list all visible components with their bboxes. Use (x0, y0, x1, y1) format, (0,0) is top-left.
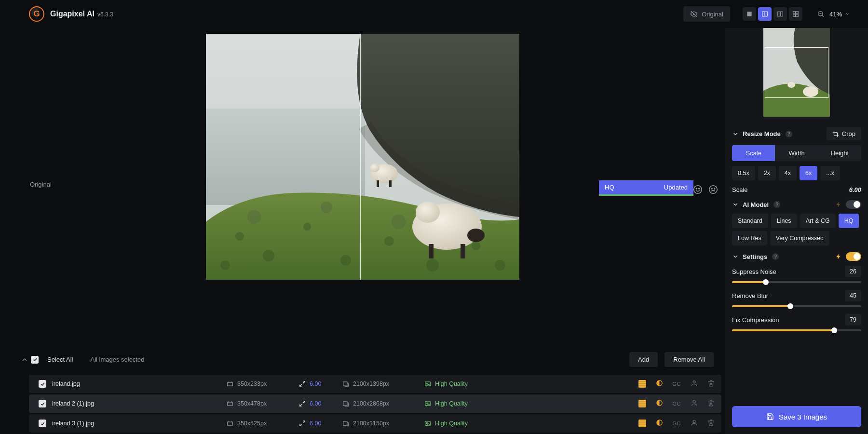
view-side-button[interactable] (773, 7, 787, 21)
svg-point-16 (303, 223, 311, 231)
model-chip[interactable]: Lines (771, 214, 797, 228)
delete-row-button[interactable] (707, 419, 715, 428)
gc-badge: GC (673, 381, 681, 387)
expand-icon (299, 420, 306, 427)
save-button[interactable]: Save 3 Images (732, 406, 861, 427)
check-icon (40, 381, 45, 387)
resize-mode-header[interactable]: Resize Mode ? Crop (732, 127, 861, 140)
svg-point-47 (426, 383, 427, 384)
suppress-noise-value: 26 (845, 266, 861, 277)
zoom-out-icon[interactable] (817, 10, 825, 18)
select-all-label[interactable]: Select All (47, 356, 73, 363)
delete-row-button[interactable] (707, 380, 715, 388)
original-toggle[interactable]: Original (683, 6, 730, 22)
scale-chip[interactable]: 6x (800, 166, 817, 180)
chevron-up-icon[interactable] (21, 356, 28, 364)
crop-button[interactable]: Crop (827, 127, 861, 140)
image-icon (424, 420, 431, 427)
fix-compression-value: 79 (845, 314, 861, 326)
settings-header[interactable]: Settings ? (732, 252, 861, 261)
chevron-down-icon (845, 12, 850, 16)
app-name: Gigapixel AI (50, 10, 95, 18)
add-button[interactable]: Add (629, 352, 658, 367)
color-icon[interactable] (656, 380, 663, 388)
model-chip[interactable]: HQ (839, 214, 859, 228)
grain-icon[interactable] (638, 420, 646, 427)
preview-area[interactable]: Original HQ Updated (0, 28, 725, 347)
grain-icon[interactable] (638, 380, 646, 388)
view-split-button[interactable] (758, 7, 772, 21)
color-icon[interactable] (656, 399, 663, 408)
frown-icon[interactable] (708, 184, 719, 195)
face-recovery-icon[interactable] (691, 419, 698, 428)
scale-factor: 6.00 (310, 400, 321, 407)
svg-line-43 (303, 381, 305, 383)
suppress-noise-label: Suppress Noise (732, 268, 776, 275)
ai-mode: High Quality (435, 400, 468, 407)
row-checkbox[interactable] (39, 420, 46, 427)
scale-chip[interactable]: 4x (779, 166, 797, 180)
face-recovery-icon[interactable] (691, 380, 698, 388)
svg-line-60 (300, 424, 302, 426)
model-chip[interactable]: Very Compressed (770, 231, 829, 245)
tab-width[interactable]: Width (775, 145, 818, 161)
suppress-noise-slider[interactable]: Suppress Noise 26 (732, 266, 861, 283)
svg-rect-34 (429, 244, 434, 258)
tab-height[interactable]: Height (818, 145, 861, 161)
fix-compression-slider[interactable]: Fix Compression 79 (732, 314, 861, 331)
scale-chip[interactable]: 2x (758, 166, 776, 180)
image-icon (424, 380, 431, 387)
contrast-icon (656, 380, 663, 387)
face-recovery-icon[interactable] (691, 399, 698, 408)
navigator-viewport[interactable] (765, 47, 828, 98)
chevron-down-icon[interactable] (31, 356, 39, 364)
svg-point-38 (699, 188, 700, 189)
grain-icon[interactable] (638, 400, 646, 407)
zoom-level[interactable]: 41% (829, 11, 850, 18)
navigator-thumbnail[interactable] (763, 28, 830, 117)
smile-icon[interactable] (692, 184, 703, 195)
color-icon[interactable] (656, 419, 663, 428)
split-divider[interactable] (360, 34, 361, 280)
scale-factor: 6.00 (310, 380, 321, 387)
original-label: Original (30, 181, 52, 188)
fix-compression-label: Fix Compression (732, 316, 779, 324)
tab-scale[interactable]: Scale (732, 145, 775, 161)
scale-chip[interactable]: 0.5x (732, 166, 755, 180)
view-grid-button[interactable] (789, 7, 802, 21)
help-icon[interactable]: ? (773, 201, 780, 208)
row-checkbox[interactable] (39, 400, 46, 407)
help-icon[interactable]: ? (772, 253, 779, 260)
svg-point-39 (709, 186, 718, 194)
model-chip[interactable]: Standard (732, 214, 768, 228)
ai-model-auto-toggle[interactable] (846, 200, 861, 209)
scale-chip[interactable]: ...x (820, 166, 840, 180)
svg-point-17 (340, 255, 351, 266)
model-chip[interactable]: Art & CG (800, 214, 836, 228)
remove-all-button[interactable]: Remove All (665, 352, 714, 367)
bolt-icon (835, 201, 842, 208)
settings-auto-toggle[interactable] (846, 252, 861, 261)
file-row[interactable]: ireland 3 (1).jpg350x525px6.002100x3150p… (29, 414, 721, 433)
remove-blur-slider[interactable]: Remove Blur 45 (732, 290, 861, 307)
svg-point-25 (392, 215, 406, 229)
svg-point-36 (694, 186, 702, 194)
scale-label: Scale (732, 186, 748, 193)
preview-image[interactable] (206, 34, 519, 280)
ai-model-header[interactable]: AI Model ? (732, 200, 861, 209)
svg-rect-35 (461, 244, 465, 258)
output-dimensions: 2100x2868px (353, 400, 389, 407)
row-checkbox[interactable] (39, 380, 46, 388)
help-icon[interactable]: ? (786, 131, 792, 137)
person-icon (691, 399, 698, 407)
file-row[interactable]: ireland.jpg350x233px6.002100x1398pxHigh … (29, 375, 721, 393)
svg-point-32 (416, 202, 440, 223)
view-single-button[interactable] (743, 7, 756, 21)
file-name: ireland.jpg (52, 380, 80, 387)
delete-row-button[interactable] (707, 399, 715, 408)
save-button-label: Save 3 Images (779, 413, 827, 421)
model-chip[interactable]: Low Res (732, 231, 767, 245)
output-dimensions: 2100x1398px (353, 380, 389, 387)
app-logo: G (29, 6, 44, 22)
file-row[interactable]: ireland 2 (1).jpg350x478px6.002100x2868p… (29, 394, 721, 413)
